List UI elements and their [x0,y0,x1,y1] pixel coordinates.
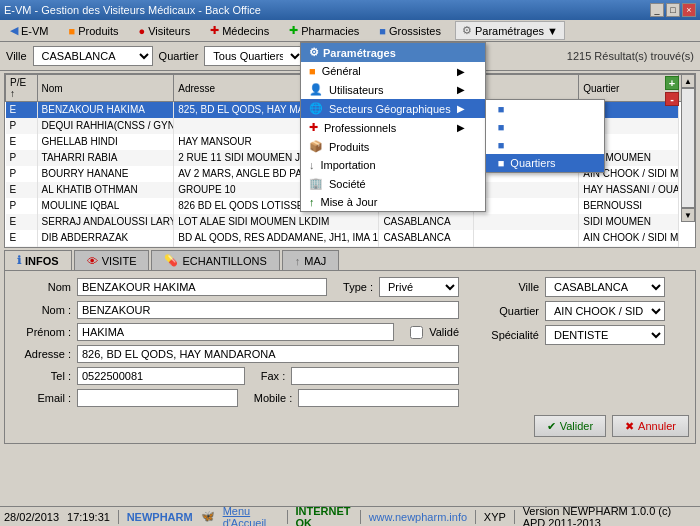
cell-quartier: BERNOUSSI [579,198,679,214]
dropdown-importation[interactable]: ↓ Importation [301,156,485,174]
cell-ville: CASABLANCA [379,230,474,246]
email-input[interactable] [77,389,238,407]
cell-pe: P [6,118,38,134]
pharmacies-icon: ✚ [289,24,298,37]
cell-nom: DIB ABDERRAZAK [37,230,174,246]
minimize-button[interactable]: _ [650,3,664,17]
visite-icon: 👁 [87,255,98,267]
visiteurs-icon: ● [139,25,146,37]
dropdown-secteurs-geo[interactable]: 🌐 Secteurs Géographiques ▶ ■ Secteurs ■ … [301,99,485,118]
fax-input[interactable] [291,367,459,385]
detail-ville-select[interactable]: CASABLANCA [545,277,665,297]
quartier-select[interactable]: Tous Quartiers [204,46,304,66]
tabs-row: ℹ INFOS 👁 VISITE 💊 ECHANTILLONS ↑ MAJ [4,250,696,270]
cell-nom: SERRAJ ANDALOUSSI LARYY [37,214,174,230]
detail-ville-label: Ville [469,281,539,293]
cell-adresse: BD AL QODS, RES ADDAMANE, JH1, IMA 1 [174,230,379,246]
menu-parametrage[interactable]: ⚙ Paramétrages ▼ [455,21,565,40]
menu-evm[interactable]: ◀ E-VM [4,22,55,39]
col-secteur[interactable] [474,75,579,102]
prenom-input[interactable] [77,323,394,341]
cell-quartier: AIN CHOOK / SIDI MAAROUF [579,230,679,246]
dropdown-societe[interactable]: 🏢 Société [301,174,485,193]
close-button[interactable]: × [682,3,696,17]
nom2-label: Nom : [11,304,71,316]
secteurs-submenu: ■ Secteurs ■ Régions ■ Villes ■ Quartier… [485,99,605,173]
dropdown-mise-a-jour[interactable]: ↑ Mise à Jour [301,193,485,211]
col-pe[interactable]: P/E ↑ [6,75,38,102]
mobile-input[interactable] [298,389,459,407]
region-icon: ■ [498,121,505,133]
cell-secteur [474,246,579,249]
general-icon: ■ [309,65,316,77]
adresse-label: Adresse : [11,348,71,360]
menu-medecins[interactable]: ✚ Médecins [204,22,275,39]
zoom-out-btn[interactable]: - [665,92,679,106]
table-row[interactable]: E SERRAJ ANDALOUSSI LARYY LOT ALAE SIDI … [6,214,695,230]
cell-ville: CASABLANCA [379,214,474,230]
tab-maj[interactable]: ↑ MAJ [282,250,340,270]
tab-visite[interactable]: 👁 VISITE [74,250,150,270]
cell-secteur [474,230,579,246]
parametrage-arrow: ▼ [547,25,558,37]
dropdown-general[interactable]: ■ Général ▶ [301,62,485,80]
dropdown-professionnels[interactable]: ✚ Professionnels ▶ [301,118,485,137]
cell-pe: E [6,214,38,230]
menu-visiteurs[interactable]: ● Visiteurs [133,23,197,39]
valide-checkbox[interactable] [410,326,423,339]
type-select[interactable]: Privé [379,277,459,297]
cell-adresse: GROUPE 11 [174,246,379,249]
evm-icon: ◀ [10,24,18,37]
annuler-button[interactable]: ✖ Annuler [612,415,689,437]
col-nom[interactable]: Nom [37,75,174,102]
gear-icon: ⚙ [309,46,319,59]
dropdown-utilisateurs[interactable]: 👤 Utilisateurs ▶ [301,80,485,99]
cell-pe: E [6,246,38,249]
nom-input[interactable] [77,278,327,296]
detail-specialite-select[interactable]: DENTISTE [545,325,665,345]
valider-button[interactable]: ✔ Valider [534,415,606,437]
cell-pe: P [6,198,38,214]
cell-nom: TAHARRI RABIA [37,150,174,166]
status-website[interactable]: www.newpharm.info [369,511,467,523]
menu-pharmacies[interactable]: ✚ Pharmacies [283,22,365,39]
detail-form: Nom Type : Privé Nom : Prénom : [4,270,696,444]
cell-nom: HRAICHI RACHID [37,246,174,249]
arrow-icon: ▶ [457,66,465,77]
status-xyz: XYP [484,511,506,523]
cell-secteur [474,182,579,198]
maximize-button[interactable]: □ [666,3,680,17]
adresse-input[interactable] [77,345,459,363]
table-row[interactable]: E HRAICHI RACHID GROUPE 11 CASABLANCA HA… [6,246,695,249]
table-row[interactable]: E DIB ABDERRAZAK BD AL QODS, RES ADDAMAN… [6,230,695,246]
menu-produits[interactable]: ■ Produits [63,23,125,39]
submenu-secteurs[interactable]: ■ Secteurs [486,100,604,118]
tab-echantillons[interactable]: 💊 ECHANTILLONS [151,250,279,270]
cancel-icon: ✖ [625,420,634,433]
cell-nom: DEQUI RAHHIA(CNSS / GYN-OB) [37,118,174,134]
zoom-buttons: + - [691,74,695,78]
prenom-label: Prénom : [11,326,71,338]
status-menu[interactable]: Menu d'Accueil [223,505,279,527]
table-scrollbar[interactable]: ▲ ▼ [681,74,695,222]
nom2-input[interactable] [77,301,459,319]
produits-icon: ■ [69,25,76,37]
tab-infos[interactable]: ℹ INFOS [4,250,72,270]
cell-ville: CASABLANCA [379,246,474,249]
maj-icon: ↑ [295,255,301,267]
detail-quartier-select[interactable]: AIN CHOOK / SIDI MAAROUF [545,301,665,321]
ville-select[interactable]: CASABLANCA [33,46,153,66]
submenu-quartiers[interactable]: ■ Quartiers [486,154,604,172]
submenu-villes[interactable]: ■ Villes [486,136,604,154]
cell-quartier: HAY HASSANI / OUALFA [579,182,679,198]
zoom-in-btn[interactable]: + [665,76,679,90]
scroll-track [681,88,695,208]
medecins-icon: ✚ [210,24,219,37]
scroll-down-btn[interactable]: ▼ [681,208,695,222]
dropdown-produits[interactable]: 📦 Produits [301,137,485,156]
tel-input[interactable] [77,367,245,385]
submenu-regions[interactable]: ■ Régions [486,118,604,136]
col-quartier[interactable]: Quartier [579,75,679,102]
status-app: NEWPHARM [127,511,193,523]
menu-grossistes[interactable]: ■ Grossistes [373,23,447,39]
